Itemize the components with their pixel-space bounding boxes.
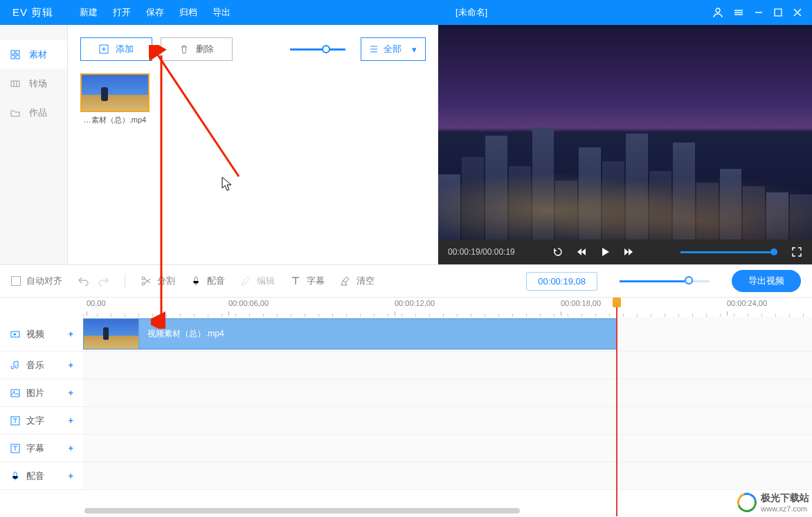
menu-save[interactable]: 保存	[146, 6, 164, 19]
sidebar-item-transition[interactable]: 转场	[0, 69, 67, 98]
progress-knob[interactable]	[770, 248, 777, 255]
broom-icon	[340, 275, 351, 287]
subtitle-t-icon	[10, 443, 21, 454]
sidebar-item-material[interactable]: 素材	[0, 40, 67, 69]
clip-thumbnail	[84, 319, 139, 349]
folder-icon	[10, 107, 21, 118]
edit-button[interactable]: 编辑	[240, 275, 275, 287]
media-item[interactable]: …素材（总）.mp4	[80, 73, 150, 125]
menu-open[interactable]: 打开	[113, 6, 131, 19]
sidebar-label: 转场	[29, 78, 47, 90]
filter-dropdown[interactable]: 全部 ▾	[361, 37, 426, 61]
fullscreen-button[interactable]	[791, 246, 802, 257]
pencil-icon	[240, 275, 251, 287]
clear-button[interactable]: 清空	[340, 275, 375, 287]
video-icon	[10, 329, 21, 340]
horizontal-scrollbar[interactable]	[84, 508, 811, 515]
video-preview[interactable]	[438, 25, 812, 239]
track-label-video: 视频 +	[0, 317, 83, 352]
dub-track[interactable]	[83, 462, 812, 490]
svg-rect-12	[11, 390, 19, 397]
add-track-button[interactable]: +	[68, 329, 73, 339]
playhead[interactable]	[616, 298, 617, 516]
add-track-button[interactable]: +	[68, 360, 73, 370]
menu-archive[interactable]: 归档	[179, 6, 197, 19]
add-button[interactable]: 添加	[80, 37, 152, 61]
add-track-button[interactable]: +	[68, 471, 73, 481]
svg-rect-5	[16, 55, 19, 59]
svg-rect-4	[11, 55, 15, 59]
sidebar-item-works[interactable]: 作品	[0, 98, 67, 127]
list-icon	[370, 45, 378, 53]
thumbnail-size-slider[interactable]	[290, 48, 345, 51]
subtitle-button[interactable]: 字幕	[290, 275, 325, 287]
svg-rect-1	[775, 9, 782, 16]
track-label-dub: 配音 +	[0, 462, 83, 490]
maximize-button[interactable]	[773, 8, 783, 17]
redo-button[interactable]	[97, 275, 109, 287]
zoom-knob[interactable]	[685, 276, 693, 284]
subtitle-track[interactable]	[83, 435, 812, 462]
scrollbar-thumb[interactable]	[84, 508, 520, 514]
main-area: 素材 转场 作品 添加 删除 全部	[0, 25, 812, 264]
close-button[interactable]	[793, 8, 802, 17]
add-icon	[99, 44, 109, 54]
track-label-subtitle: 字幕 +	[0, 435, 83, 462]
auto-align-label: 自动对齐	[26, 275, 62, 287]
play-button[interactable]	[599, 246, 611, 257]
preview-panel: 00:00:19/00:00:19	[438, 25, 812, 264]
add-track-button[interactable]: +	[68, 415, 73, 426]
export-video-button[interactable]: 导出视频	[732, 270, 801, 292]
add-track-button[interactable]: +	[68, 388, 73, 398]
time-ruler[interactable]: 00,00 00:00:06,00 00:00:12,00 00:00:18,0…	[83, 298, 812, 317]
menu-icon[interactable]	[733, 7, 744, 18]
watermark-text: 极光下载站	[761, 492, 809, 503]
tracks-area[interactable]: 00,00 00:00:06,00 00:00:12,00 00:00:18,0…	[83, 298, 812, 516]
replay-button[interactable]	[552, 246, 563, 257]
forward-button[interactable]	[623, 246, 634, 257]
media-toolbar: 添加 删除 全部 ▾	[80, 37, 426, 61]
text-t-icon	[10, 415, 21, 426]
svg-rect-3	[16, 51, 19, 54]
split-button[interactable]: 分割	[141, 275, 175, 287]
menu-new[interactable]: 新建	[80, 6, 98, 19]
track-labels: 视频 + 音乐 + 图片 + 文字 + 字幕 + 配音 +	[0, 298, 83, 516]
minimize-button[interactable]	[754, 8, 764, 17]
svg-point-8	[142, 277, 145, 280]
watermark-url: www.xz7.com	[761, 505, 809, 513]
delete-button[interactable]: 删除	[161, 37, 233, 61]
watermark-logo-icon	[734, 489, 759, 515]
scissors-icon	[141, 275, 152, 287]
add-track-button[interactable]: +	[68, 443, 73, 453]
image-track[interactable]	[83, 379, 812, 407]
transition-icon	[10, 78, 21, 89]
zoom-slider[interactable]	[620, 280, 710, 282]
user-icon[interactable]	[712, 7, 723, 18]
auto-align-checkbox[interactable]: 自动对齐	[11, 275, 62, 287]
track-label-text: 文字 +	[0, 407, 83, 435]
rewind-button[interactable]	[576, 246, 587, 257]
menu-export[interactable]: 导出	[213, 6, 231, 19]
video-clip[interactable]: 视频素材（总）.mp4	[83, 318, 617, 350]
dub-button[interactable]: 配音	[190, 275, 225, 287]
undo-button[interactable]	[78, 275, 90, 287]
checkbox-icon	[11, 276, 21, 286]
track-label-music: 音乐 +	[0, 352, 83, 379]
delete-label: 删除	[196, 43, 214, 55]
app-title: EV 剪辑	[0, 6, 66, 19]
music-track[interactable]	[83, 352, 812, 379]
playback-bar: 00:00:19/00:00:19	[438, 239, 812, 264]
video-track[interactable]: 视频素材（总）.mp4	[83, 317, 812, 352]
mic-icon	[190, 275, 201, 287]
titlebar: EV 剪辑 新建 打开 保存 归档 导出 [未命名]	[0, 0, 812, 25]
text-track[interactable]	[83, 407, 812, 435]
text-icon	[290, 275, 301, 287]
progress-slider[interactable]	[680, 251, 777, 253]
timeline: 视频 + 音乐 + 图片 + 文字 + 字幕 + 配音 +	[0, 298, 812, 516]
media-filename: …素材（总）.mp4	[84, 115, 146, 125]
sidebar-label: 素材	[29, 48, 47, 61]
slider-knob[interactable]	[322, 45, 330, 53]
timeline-toolbar: 自动对齐 分割 配音 编辑 字幕 清空 00:00:19,08 导出视频	[0, 264, 812, 298]
timecode-display[interactable]: 00:00:19,08	[526, 272, 597, 291]
media-grid: …素材（总）.mp4	[80, 73, 426, 125]
